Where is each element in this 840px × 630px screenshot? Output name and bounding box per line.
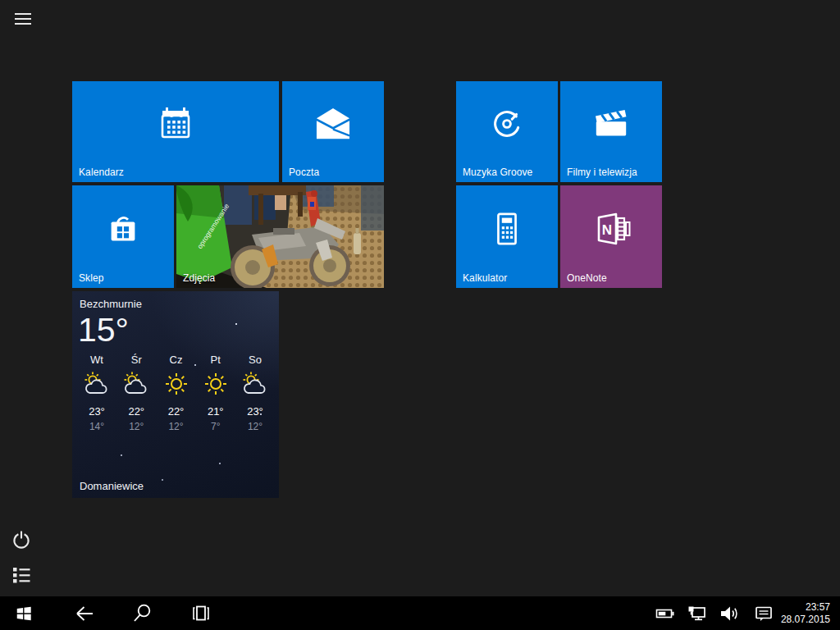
forecast-low: 12°: [158, 421, 195, 432]
weather-current-temp: 15°: [78, 311, 129, 349]
power-icon: [11, 529, 31, 550]
tile-label: Sklep: [79, 272, 104, 284]
taskbar-clock[interactable]: 23:57 28.07.2015: [781, 596, 830, 630]
sunny-icon: [158, 369, 195, 399]
forecast-day-label: Pt: [197, 354, 235, 366]
forecast-day-label: Wt: [78, 354, 116, 366]
windows-start-screen: { "start_screen": { "tiles": [ {"id": "k…: [0, 0, 840, 630]
taskbar: 23:57 28.07.2015: [0, 596, 840, 630]
forecast-day-column: Pt 21° 7°: [197, 354, 235, 432]
movies-tv-icon: [592, 105, 630, 146]
tile-filmy-i-telewizja[interactable]: Filmy i telewizja: [560, 81, 662, 182]
forecast-low: 12°: [117, 421, 155, 432]
task-view-button[interactable]: [187, 596, 215, 630]
action-center-tray-icon[interactable]: [751, 596, 776, 630]
tile-weather[interactable]: Bezchmurnie 15° Wt 23° 14°: [72, 291, 279, 498]
partly-cloudy-icon: [236, 369, 274, 399]
start-screen: Kalendarz Poczta Sklep: [0, 0, 840, 596]
wired-network-icon: [687, 604, 708, 623]
onenote-icon: N: [591, 209, 631, 252]
forecast-low: 12°: [236, 421, 274, 432]
mail-icon: [314, 107, 352, 144]
forecast-high: 22°: [158, 405, 195, 418]
forecast-day-column: Śr 22° 12°: [117, 354, 155, 432]
battery-icon: [655, 605, 676, 623]
forecast-day-column: Cz 22° 12°: [158, 354, 195, 432]
weather-condition: Bezchmurnie: [80, 298, 142, 310]
tile-zdjecia[interactable]: oprogramowanie Zdjęcia: [176, 185, 384, 288]
weather-forecast: Wt 23° 14° Śr: [78, 354, 274, 432]
network-tray-icon[interactable]: [685, 596, 710, 630]
forecast-day-label: So: [236, 354, 274, 366]
forecast-low: 14°: [78, 421, 116, 432]
tile-sklep[interactable]: Sklep: [72, 185, 174, 288]
forecast-day-column: So 23° 12°: [236, 354, 274, 432]
windows-logo-icon: [15, 605, 33, 623]
tile-label: OneNote: [567, 272, 607, 284]
tile-label: Zdjęcia: [183, 272, 215, 284]
tile-kalkulator[interactable]: Kalkulator: [456, 185, 558, 288]
forecast-high: 22°: [117, 405, 155, 418]
weather-location: Domaniewice: [80, 480, 144, 492]
action-center-icon: [753, 604, 774, 623]
tile-label: Kalkulator: [463, 272, 507, 284]
all-apps-button[interactable]: [11, 565, 33, 587]
forecast-day-column: Wt 23° 14°: [78, 354, 116, 432]
partly-cloudy-icon: [117, 369, 155, 399]
forecast-day-label: Cz: [158, 354, 195, 366]
start-button[interactable]: [10, 596, 38, 630]
forecast-high: 21°: [197, 405, 235, 418]
forecast-high: 23°: [78, 405, 116, 418]
tile-poczta[interactable]: Poczta: [282, 81, 384, 182]
forecast-day-label: Śr: [117, 354, 155, 366]
calculator-icon: [488, 210, 526, 251]
tile-label: Poczta: [289, 167, 319, 178]
tile-label: Muzyka Groove: [463, 167, 532, 178]
calendar-icon: [156, 104, 195, 147]
store-bag-icon: [104, 210, 142, 251]
back-arrow-icon: [75, 605, 94, 623]
groove-music-icon: [488, 105, 526, 146]
tile-onenote[interactable]: N OneNote: [560, 185, 662, 288]
forecast-low: 7°: [197, 421, 235, 432]
clock-date: 28.07.2015: [781, 614, 830, 626]
task-view-icon: [190, 604, 212, 623]
back-button[interactable]: [71, 596, 98, 630]
forecast-high: 23°: [236, 405, 274, 418]
search-button[interactable]: [128, 596, 156, 630]
sunny-icon: [197, 369, 235, 399]
battery-tray-icon[interactable]: [653, 596, 678, 630]
power-button[interactable]: [11, 529, 33, 550]
search-icon: [132, 604, 152, 623]
clock-time: 23:57: [781, 601, 830, 614]
speaker-icon: [719, 604, 740, 623]
hamburger-menu-button[interactable]: [15, 13, 31, 26]
tile-label: Filmy i telewizja: [567, 167, 637, 178]
tile-label: Kalendarz: [79, 167, 124, 178]
partly-cloudy-icon: [78, 369, 116, 399]
all-apps-icon: [11, 565, 31, 585]
volume-tray-icon[interactable]: [717, 596, 742, 630]
hamburger-icon: [15, 13, 31, 15]
tile-kalendarz[interactable]: Kalendarz: [72, 81, 279, 182]
svg-text:N: N: [602, 222, 612, 238]
tile-muzyka-groove[interactable]: Muzyka Groove: [456, 81, 558, 182]
